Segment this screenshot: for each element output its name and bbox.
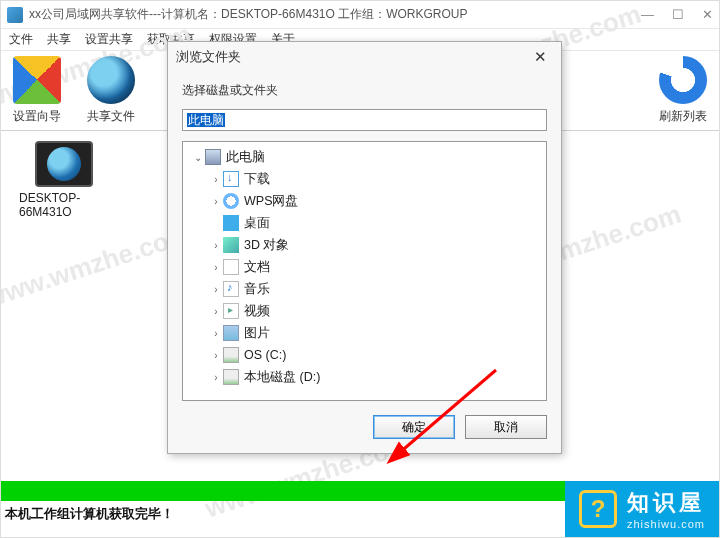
tool-share[interactable]: 共享文件 (87, 56, 135, 125)
tool-refresh-label: 刷新列表 (659, 108, 707, 125)
expander-icon[interactable]: › (209, 328, 223, 339)
tree-node[interactable]: ›WPS网盘 (183, 190, 546, 212)
ok-button[interactable]: 确定 (373, 415, 455, 439)
folder-icon (223, 369, 239, 385)
cancel-button[interactable]: 取消 (465, 415, 547, 439)
expander-icon[interactable]: › (209, 284, 223, 295)
refresh-icon (659, 56, 707, 104)
badge-sub: zhishiwu.com (627, 518, 705, 530)
badge-icon: ? (579, 490, 617, 528)
tree-node[interactable]: ›文档 (183, 256, 546, 278)
close-button[interactable]: ✕ (702, 7, 713, 22)
maximize-button[interactable]: ☐ (672, 7, 684, 22)
expander-icon[interactable]: ⌄ (191, 152, 205, 163)
folder-icon (223, 303, 239, 319)
tree-node-label: 文档 (244, 259, 270, 276)
tree-node-label: 本地磁盘 (D:) (244, 369, 320, 386)
expander-icon[interactable]: › (209, 350, 223, 361)
tree-node-label: 3D 对象 (244, 237, 289, 254)
tree-node[interactable]: ›本地磁盘 (D:) (183, 366, 546, 388)
watermark: www.wmzhe.com (0, 219, 195, 315)
app-icon (7, 7, 23, 23)
tree-node[interactable]: 桌面 (183, 212, 546, 234)
folder-icon (223, 171, 239, 187)
tree-node-label: 下载 (244, 171, 270, 188)
tree-node-label: WPS网盘 (244, 193, 298, 210)
tree-node-label: 视频 (244, 303, 270, 320)
menu-share[interactable]: 共享 (47, 31, 71, 48)
tree-node[interactable]: ›音乐 (183, 278, 546, 300)
folder-icon (223, 237, 239, 253)
titlebar: xx公司局域网共享软件---计算机名：DESKTOP-66M431O 工作组：W… (1, 1, 719, 29)
expander-icon[interactable]: › (209, 196, 223, 207)
expander-icon[interactable]: › (209, 372, 223, 383)
dialog-label: 选择磁盘或文件夹 (182, 82, 547, 99)
folder-icon (223, 193, 239, 209)
host-label: DESKTOP-66M431O (19, 191, 109, 219)
tool-wizard[interactable]: 设置向导 (13, 56, 61, 125)
tree-node-label: 桌面 (244, 215, 270, 232)
folder-icon (223, 259, 239, 275)
minimize-button[interactable]: — (641, 7, 654, 22)
tree-node[interactable]: ›3D 对象 (183, 234, 546, 256)
badge-title: 知识屋 (627, 488, 705, 518)
host-item[interactable]: DESKTOP-66M431O (19, 141, 109, 219)
tool-share-label: 共享文件 (87, 108, 135, 125)
dialog-title-text: 浏览文件夹 (176, 48, 241, 66)
tree-node[interactable]: ›视频 (183, 300, 546, 322)
tree-node[interactable]: ›下载 (183, 168, 546, 190)
tree-node-label: 图片 (244, 325, 270, 342)
site-badge: ? 知识屋 zhishiwu.com (565, 481, 719, 537)
browse-folder-dialog: 浏览文件夹 ✕ 选择磁盘或文件夹 此电脑 ⌄此电脑›下载›WPS网盘桌面›3D … (167, 41, 562, 454)
menu-share-settings[interactable]: 设置共享 (85, 31, 133, 48)
tree-node-label: 此电脑 (226, 149, 265, 166)
tree-node-label: 音乐 (244, 281, 270, 298)
tree-node-label: OS (C:) (244, 348, 286, 362)
tool-refresh[interactable]: 刷新列表 (659, 56, 707, 125)
windows-flag-icon (13, 56, 61, 104)
path-input[interactable]: 此电脑 (182, 109, 547, 131)
folder-icon (205, 149, 221, 165)
globe-icon (87, 56, 135, 104)
menu-file[interactable]: 文件 (9, 31, 33, 48)
folder-icon (223, 281, 239, 297)
expander-icon[interactable]: › (209, 174, 223, 185)
expander-icon[interactable]: › (209, 306, 223, 317)
folder-tree[interactable]: ⌄此电脑›下载›WPS网盘桌面›3D 对象›文档›音乐›视频›图片›OS (C:… (182, 141, 547, 401)
window-title: xx公司局域网共享软件---计算机名：DESKTOP-66M431O 工作组：W… (29, 6, 641, 23)
dialog-close-icon[interactable]: ✕ (528, 46, 553, 68)
tree-node[interactable]: ›图片 (183, 322, 546, 344)
folder-icon (223, 215, 239, 231)
folder-icon (223, 347, 239, 363)
tool-wizard-label: 设置向导 (13, 108, 61, 125)
monitor-icon (35, 141, 93, 187)
tree-node[interactable]: ⌄此电脑 (183, 146, 546, 168)
tree-node[interactable]: ›OS (C:) (183, 344, 546, 366)
folder-icon (223, 325, 239, 341)
expander-icon[interactable]: › (209, 240, 223, 251)
expander-icon[interactable]: › (209, 262, 223, 273)
status-text: 本机工作组计算机获取完毕！ (5, 505, 174, 523)
